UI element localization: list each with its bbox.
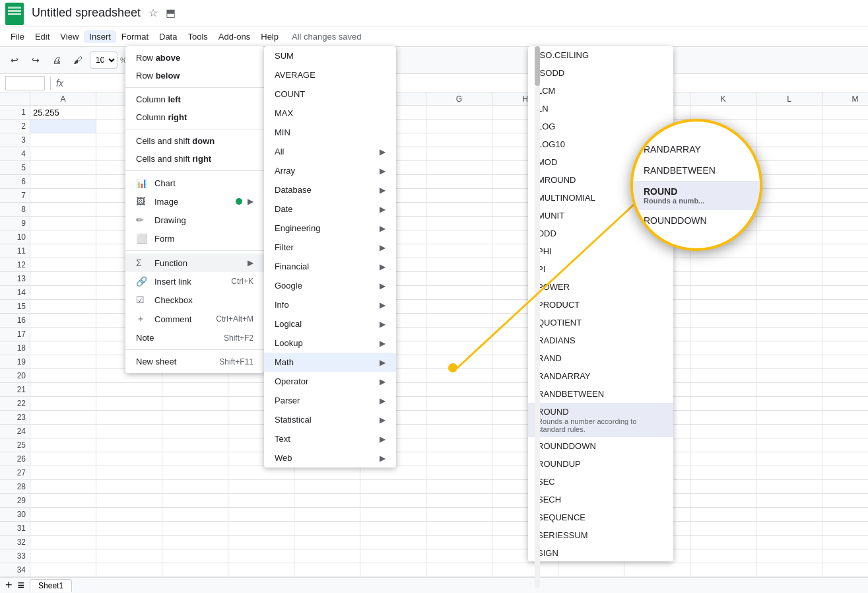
cell[interactable] — [756, 258, 822, 271]
cell[interactable] — [822, 563, 868, 576]
redo-button[interactable]: ↪ — [26, 51, 45, 69]
folder-icon[interactable]: ⬒ — [163, 5, 178, 20]
cell[interactable] — [756, 272, 822, 285]
cell[interactable] — [690, 355, 756, 368]
cell[interactable] — [690, 563, 756, 576]
cell[interactable] — [756, 133, 822, 147]
cell[interactable] — [822, 203, 868, 216]
cell[interactable] — [426, 355, 492, 368]
cell[interactable] — [690, 452, 756, 466]
menu-file[interactable]: File — [5, 30, 30, 43]
cell[interactable] — [756, 230, 822, 244]
cell[interactable] — [30, 425, 96, 438]
cell[interactable] — [756, 549, 822, 563]
cell[interactable] — [756, 300, 822, 313]
cell[interactable] — [30, 189, 96, 202]
cell[interactable] — [492, 563, 558, 576]
cell[interactable] — [228, 563, 294, 576]
math-submenu-item[interactable]: ROUNDRounds a number according to standa… — [528, 403, 673, 437]
cell[interactable] — [426, 244, 492, 258]
cell[interactable] — [756, 328, 822, 341]
function-submenu-item[interactable]: AVERAGE — [264, 65, 396, 85]
math-submenu-item[interactable]: RAND — [528, 349, 673, 367]
cell[interactable] — [360, 508, 426, 521]
cell[interactable] — [30, 120, 96, 133]
cell[interactable] — [426, 549, 492, 563]
drawing-entry[interactable]: ✏ Drawing — [125, 211, 264, 229]
cell[interactable] — [756, 508, 822, 521]
cell[interactable] — [756, 217, 822, 230]
cell[interactable] — [822, 522, 868, 535]
function-submenu[interactable]: SUMAVERAGECOUNTMAXMINAll▶Array▶Database▶… — [264, 46, 396, 468]
function-submenu-item[interactable]: Date▶ — [264, 199, 396, 219]
function-submenu-item[interactable]: Statistical▶ — [264, 410, 396, 429]
cell[interactable] — [426, 452, 492, 466]
function-submenu-item[interactable]: Logical▶ — [264, 314, 396, 333]
cells-shift-down[interactable]: Cells and shift down — [125, 132, 264, 150]
cell[interactable] — [426, 494, 492, 507]
cell[interactable] — [96, 494, 162, 507]
math-submenu-item[interactable]: QUOTIENT — [528, 314, 673, 331]
function-submenu-item[interactable]: Lookup▶ — [264, 333, 396, 353]
cell[interactable] — [96, 549, 162, 563]
cell[interactable] — [756, 494, 822, 507]
cell[interactable] — [30, 230, 96, 244]
cell[interactable] — [30, 383, 96, 396]
function-submenu-item[interactable]: MAX — [264, 104, 396, 123]
cell[interactable] — [30, 536, 96, 549]
cell[interactable] — [426, 522, 492, 535]
cell[interactable] — [426, 425, 492, 438]
cell[interactable] — [30, 452, 96, 466]
cell[interactable] — [30, 272, 96, 285]
insert-link-entry[interactable]: 🔗 Insert link Ctrl+K — [125, 272, 264, 291]
cell[interactable] — [30, 480, 96, 493]
cell[interactable] — [822, 230, 868, 244]
cell[interactable] — [96, 480, 162, 493]
function-submenu-item[interactable]: Engineering▶ — [264, 219, 396, 238]
cell[interactable] — [30, 355, 96, 368]
cell[interactable] — [690, 549, 756, 563]
cell[interactable] — [822, 286, 868, 299]
cell[interactable] — [162, 411, 228, 424]
cell[interactable] — [228, 549, 294, 563]
cell[interactable] — [690, 480, 756, 493]
cell[interactable] — [822, 397, 868, 410]
math-submenu-item[interactable]: ISO.CEILING — [528, 46, 673, 64]
cell[interactable] — [756, 203, 822, 216]
cell[interactable] — [294, 522, 360, 535]
cell[interactable] — [30, 314, 96, 327]
cell[interactable] — [426, 120, 492, 133]
cell[interactable] — [294, 563, 360, 576]
cell[interactable] — [228, 480, 294, 493]
cell[interactable] — [822, 244, 868, 258]
function-submenu-item[interactable]: Operator▶ — [264, 372, 396, 391]
math-submenu-item[interactable]: SERIESSUM — [528, 526, 673, 544]
cell[interactable] — [822, 175, 868, 188]
menu-edit[interactable]: Edit — [30, 30, 55, 43]
cell[interactable] — [30, 300, 96, 313]
cell[interactable] — [30, 161, 96, 174]
cell[interactable] — [426, 383, 492, 396]
cell[interactable] — [690, 397, 756, 410]
col-left[interactable]: Column left — [125, 90, 264, 108]
cell[interactable] — [822, 272, 868, 285]
cell[interactable] — [822, 189, 868, 202]
cell[interactable] — [30, 508, 96, 521]
cell[interactable] — [426, 147, 492, 160]
cell[interactable] — [426, 286, 492, 299]
cell[interactable] — [30, 563, 96, 576]
insert-menu[interactable]: Row above Row below Column left Column r… — [125, 46, 264, 373]
menu-insert[interactable]: Insert — [84, 30, 116, 43]
cell[interactable] — [30, 438, 96, 452]
cell[interactable] — [822, 258, 868, 271]
cell[interactable] — [30, 147, 96, 160]
cell[interactable] — [822, 466, 868, 479]
add-sheet-button[interactable]: + — [5, 578, 13, 592]
cell[interactable] — [756, 147, 822, 160]
math-submenu-item[interactable]: PI — [528, 260, 673, 278]
menu-view[interactable]: View — [55, 30, 84, 43]
cell[interactable] — [426, 328, 492, 341]
cell[interactable] — [822, 425, 868, 438]
cell[interactable] — [96, 466, 162, 479]
cell[interactable] — [360, 549, 426, 563]
